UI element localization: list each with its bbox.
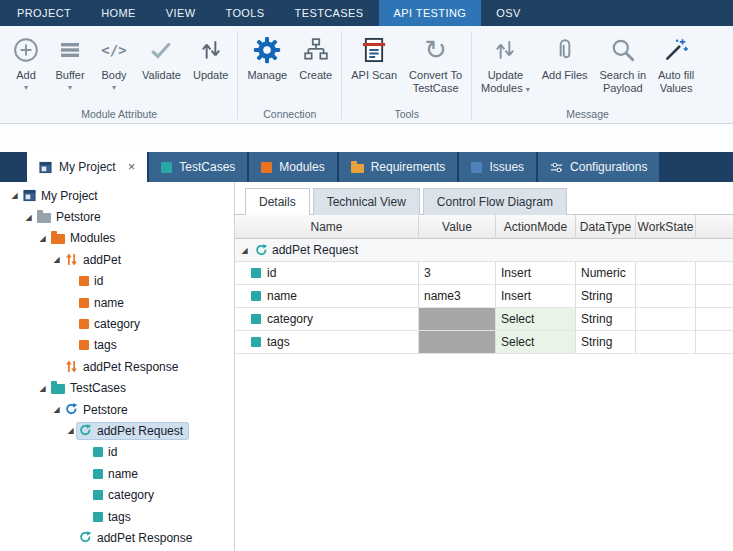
expander-icon[interactable]: ◢ (64, 426, 77, 435)
issues-square-icon (471, 162, 482, 173)
actionmode-cell[interactable]: Insert (496, 285, 576, 307)
tree-item-id-request[interactable]: id (0, 442, 234, 463)
menubar: PROJECT HOME VIEW TOOLS TESTCASES API TE… (0, 0, 733, 26)
ribbon-separator (471, 31, 472, 119)
tree-item-my-project[interactable]: ◢ My Project (0, 185, 234, 206)
tree-item-addpet[interactable]: ◢ addPet (0, 249, 234, 270)
create-connection-button[interactable]: Create (293, 29, 338, 108)
detail-panel: Details Technical View Control Flow Diag… (235, 182, 733, 551)
attribute-icon (93, 469, 103, 479)
validate-button[interactable]: Validate (136, 29, 187, 108)
tree-item-modules[interactable]: ◢ Modules (0, 228, 234, 249)
tab-details[interactable]: Details (245, 188, 310, 215)
menu-project[interactable]: PROJECT (2, 0, 86, 26)
menu-view[interactable]: VIEW (151, 0, 211, 26)
tree-item-tags-request[interactable]: tags (0, 506, 234, 527)
workstate-cell[interactable] (636, 331, 696, 353)
table-row-tags: tags Select String (235, 331, 733, 354)
requirements-folder-icon (351, 164, 364, 173)
workstate-cell[interactable] (636, 285, 696, 307)
main-area: ◢ My Project ◢ Petstore ◢ Modules ◢ addP… (0, 182, 733, 551)
tree-item-addpet-response-testcase[interactable]: addPet Response (0, 527, 234, 548)
value-cell[interactable]: 3 (419, 262, 496, 284)
tab-requirements[interactable]: Requirements (339, 152, 458, 182)
expander-icon[interactable]: ◢ (36, 234, 49, 243)
tree-item-category[interactable]: category (0, 313, 234, 334)
ribbon-group-connection: Manage Create Connection (239, 27, 340, 123)
body-button[interactable]: </> Body ▾ (92, 29, 136, 108)
api-scan-button[interactable]: API Scan (345, 29, 403, 108)
close-icon[interactable]: × (128, 161, 136, 173)
ribbon-group-label: Message (473, 108, 702, 123)
actionmode-cell[interactable]: Select (496, 331, 576, 353)
table-group-row-addpet-request[interactable]: ◢ addPet Request (235, 239, 733, 262)
expander-icon[interactable]: ◢ (50, 405, 63, 414)
add-button[interactable]: Add ▾ (4, 29, 48, 108)
column-header-actionmode[interactable]: ActionMode (496, 215, 576, 238)
datatype-cell[interactable]: String (576, 308, 636, 330)
tree-item-category-request[interactable]: category (0, 484, 234, 505)
add-files-button[interactable]: Add Files (536, 29, 594, 108)
tab-my-project[interactable]: My Project × (27, 152, 147, 182)
tree-item-addpet-request[interactable]: ◢ addPet Request (0, 420, 234, 441)
workspace-gap (0, 124, 733, 152)
name-cell[interactable]: name (235, 285, 419, 307)
menu-testcases[interactable]: TESTCASES (280, 0, 379, 26)
tab-modules[interactable]: Modules (249, 152, 336, 182)
menu-home[interactable]: HOME (86, 0, 151, 26)
tab-configurations[interactable]: Configurations (538, 152, 659, 182)
auto-fill-values-button[interactable]: Auto fill Values (652, 29, 700, 108)
tree-item-name[interactable]: name (0, 292, 234, 313)
column-header-datatype[interactable]: DataType (576, 215, 636, 238)
column-header-workstate[interactable]: WorkState (636, 215, 696, 238)
expander-icon[interactable]: ◢ (8, 191, 21, 200)
workstate-cell[interactable] (636, 262, 696, 284)
tree-item-name-request[interactable]: name (0, 463, 234, 484)
expander-icon[interactable]: ◢ (22, 213, 35, 222)
attribute-icon (251, 291, 261, 301)
buffer-button[interactable]: Buffer ▾ (48, 29, 92, 108)
gear-icon (252, 34, 282, 66)
datatype-cell[interactable]: Numeric (576, 262, 636, 284)
expander-icon[interactable]: ◢ (238, 246, 251, 255)
datatype-cell[interactable]: String (576, 331, 636, 353)
tree-item-addpet-response[interactable]: addPet Response (0, 356, 234, 377)
tree-item-tags[interactable]: tags (0, 335, 234, 356)
column-header-value[interactable]: Value (419, 215, 496, 238)
menu-tools[interactable]: TOOLS (210, 0, 279, 26)
menu-api-testing[interactable]: API TESTING (379, 0, 482, 26)
name-cell[interactable]: category (235, 308, 419, 330)
tab-technical-view[interactable]: Technical View (313, 188, 420, 215)
update-modules-button[interactable]: Update Modules▾ (475, 29, 536, 108)
name-cell[interactable]: id (235, 262, 419, 284)
expander-icon[interactable]: ◢ (50, 255, 63, 264)
project-icon (39, 161, 52, 174)
datatype-cell[interactable]: String (576, 285, 636, 307)
tab-issues[interactable]: Issues (459, 152, 536, 182)
actionmode-cell[interactable]: Select (496, 308, 576, 330)
value-cell-disabled (419, 331, 496, 353)
tree-item-id[interactable]: id (0, 271, 234, 292)
tree-item-petstore[interactable]: ◢ Petstore (0, 206, 234, 227)
menu-osv[interactable]: OSV (481, 0, 535, 26)
value-cell-disabled (419, 308, 496, 330)
manage-connection-button[interactable]: Manage (241, 29, 293, 108)
tab-testcases[interactable]: TestCases (149, 152, 247, 182)
modules-square-icon (261, 162, 272, 173)
value-cell[interactable]: name3 (419, 285, 496, 307)
column-header-name[interactable]: Name (235, 215, 419, 238)
update-button[interactable]: Update (187, 29, 234, 108)
convert-to-testcase-button[interactable]: ↻ Convert To TestCase (403, 29, 468, 108)
attribute-icon (79, 319, 89, 329)
dropdown-caret-icon: ▾ (68, 83, 72, 92)
tab-control-flow-diagram[interactable]: Control Flow Diagram (423, 188, 567, 215)
tree-item-petstore-testcase[interactable]: ◢ Petstore (0, 399, 234, 420)
column-header-filler (696, 215, 733, 238)
workstate-cell[interactable] (636, 308, 696, 330)
actionmode-cell[interactable]: Insert (496, 262, 576, 284)
document-tabstrip: My Project × TestCases Modules Requireme… (0, 152, 733, 182)
search-in-payload-button[interactable]: Search in Payload (594, 29, 652, 108)
tree-item-testcases[interactable]: ◢ TestCases (0, 378, 234, 399)
name-cell[interactable]: tags (235, 331, 419, 353)
expander-icon[interactable]: ◢ (36, 384, 49, 393)
